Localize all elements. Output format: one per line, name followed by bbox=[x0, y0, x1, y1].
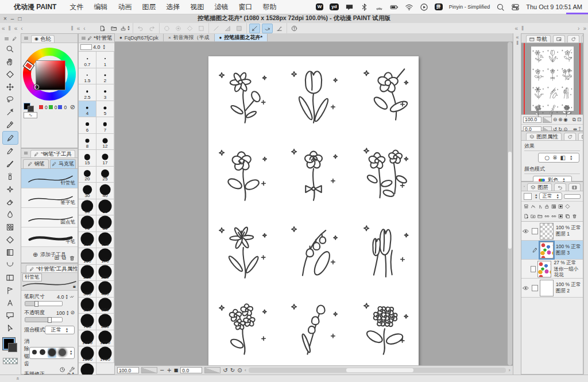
brush-size-15[interactable]: 15 bbox=[79, 150, 96, 167]
brush-size-100[interactable]: 100 bbox=[79, 232, 96, 249]
layer-row-图层 3[interactable]: 100 % 正常图层 3 bbox=[521, 241, 583, 260]
brush-size-1200[interactable]: 1200 bbox=[96, 330, 114, 347]
tool-gradient[interactable] bbox=[2, 246, 17, 258]
brush-size-150[interactable]: 150 bbox=[79, 248, 96, 265]
layer-edit-pencil-icon[interactable] bbox=[532, 246, 538, 253]
scroll-left-icon[interactable]: ‹ bbox=[245, 368, 247, 373]
collapse-right-icon[interactable]: « bbox=[513, 25, 520, 32]
brush-size-20[interactable]: 20 bbox=[79, 167, 96, 183]
layer-row-图层 1[interactable]: 100 % 正常图层 1 bbox=[521, 222, 583, 241]
tool-pen[interactable] bbox=[2, 131, 18, 145]
brush-size-170[interactable]: 170 bbox=[96, 248, 114, 265]
tool-pencil[interactable] bbox=[2, 145, 17, 157]
tool-zoom[interactable] bbox=[2, 43, 17, 55]
layer-tool-clip-icon[interactable] bbox=[524, 204, 529, 209]
menu-选择[interactable]: 选择 bbox=[166, 3, 180, 11]
brush-size-value[interactable]: 4.0 bbox=[57, 294, 64, 300]
brush-size-4[interactable]: 4 bbox=[79, 101, 96, 118]
tab-navigator[interactable]: 导航 bbox=[526, 35, 551, 43]
opacity-effect-icon[interactable]: ⊘ bbox=[70, 310, 75, 315]
tool-lasso[interactable] bbox=[2, 93, 17, 106]
tool-curve[interactable] bbox=[2, 258, 17, 271]
reset-rotation-icon[interactable]: ⊙ bbox=[237, 368, 242, 373]
scroll-right-icon[interactable]: › bbox=[508, 368, 510, 373]
toolbar-menu-icon[interactable] bbox=[4, 36, 9, 41]
brush-size-stepper[interactable]: ▲▼ bbox=[65, 294, 68, 300]
doc-tab-FqDqR67fjCpk[interactable]: ●FqDqR67fjCpk bbox=[115, 34, 164, 41]
tab-layers[interactable]: 图层 bbox=[527, 183, 552, 191]
saturation-value-square[interactable] bbox=[36, 60, 65, 90]
open-folder-button[interactable] bbox=[109, 24, 119, 33]
layer-tool2-1-folderadd-icon[interactable] bbox=[531, 214, 536, 219]
zoom-fit-icon[interactable]: ■ bbox=[174, 368, 179, 373]
layer-thumbnail[interactable] bbox=[540, 242, 554, 258]
layer-row-图层 2[interactable]: 100 % 正常图层 2 bbox=[521, 279, 583, 298]
opacity-slider[interactable] bbox=[25, 317, 63, 322]
bluetooth-icon[interactable] bbox=[360, 3, 369, 11]
navigator-preview[interactable] bbox=[521, 43, 583, 115]
subtool-tab-钢笔[interactable]: 钢笔 bbox=[23, 159, 49, 168]
rgb-value-1[interactable]: 0 bbox=[55, 105, 57, 110]
brush-size-3[interactable]: 3 bbox=[96, 84, 114, 101]
expand-bottom-left-icon[interactable]: « bbox=[15, 377, 21, 380]
battery-icon[interactable] bbox=[390, 3, 399, 11]
layer-tool2-5-mask-icon[interactable] bbox=[558, 214, 563, 219]
tool-balloon[interactable] bbox=[2, 309, 17, 322]
menu-帮助[interactable]: 帮助 bbox=[262, 3, 276, 11]
brush-size-17[interactable]: 17 bbox=[96, 150, 114, 167]
brush-size-slider[interactable] bbox=[25, 301, 63, 306]
transparent-color-swatch[interactable] bbox=[3, 358, 18, 364]
layer-thumbnail[interactable] bbox=[540, 280, 554, 296]
bg-mini-swatch[interactable] bbox=[28, 106, 34, 112]
tool-object-select[interactable] bbox=[2, 322, 17, 334]
brush-size-120[interactable]: 120 bbox=[96, 232, 114, 249]
brush-size-600[interactable]: 600 bbox=[96, 298, 114, 314]
canvas-viewport[interactable]: ●FqDqR67fjCpk×初音海报（半成●控笔描图之花卉* 100.0 − +… bbox=[115, 33, 513, 375]
duplicate-subtool-icon[interactable]: ⧉ bbox=[62, 255, 66, 261]
layers-menu-icon[interactable] bbox=[524, 184, 525, 189]
panel-handle[interactable]: ‖ bbox=[7, 25, 13, 32]
tab-subtool[interactable]: “钢笔”子工具 bbox=[30, 150, 75, 158]
w-app-badge[interactable]: W bbox=[316, 3, 324, 10]
brush-size-6[interactable]: 6 bbox=[79, 117, 96, 134]
brush-size-40[interactable]: 40 bbox=[96, 183, 114, 199]
subtool-menu-icon[interactable] bbox=[24, 151, 28, 156]
layer-opacity-slider[interactable] bbox=[564, 194, 581, 199]
canvas[interactable] bbox=[208, 56, 419, 366]
keyboard-brightness-icon[interactable] bbox=[375, 3, 384, 11]
horizontal-scrollbar[interactable] bbox=[249, 368, 506, 373]
tab-layer-property[interactable]: 图层属性 bbox=[526, 133, 562, 141]
anti-alias-options[interactable]: ▲▼ bbox=[29, 347, 75, 359]
tool-decoration[interactable] bbox=[2, 183, 17, 195]
layer-visible-eye-icon[interactable] bbox=[521, 227, 530, 234]
right-collapse-strip[interactable]: «‖ bbox=[513, 33, 521, 375]
wifi-icon[interactable] bbox=[405, 3, 413, 11]
input-method-badge[interactable]: 拼 bbox=[435, 3, 443, 10]
layer-tool-finger-icon[interactable] bbox=[537, 204, 543, 209]
brush-size-250[interactable]: 250 bbox=[96, 265, 114, 281]
layer-blend-thumb[interactable] bbox=[524, 193, 532, 200]
tab-lp-extra1[interactable] bbox=[564, 133, 576, 141]
brush-size-1.5[interactable]: 1.5 bbox=[79, 68, 96, 85]
deselect-button[interactable] bbox=[162, 24, 172, 33]
vertical-scrollbar[interactable] bbox=[508, 42, 512, 365]
tool-rotate-canvas[interactable] bbox=[2, 68, 17, 80]
layer-tool2-2-open-folder-icon[interactable] bbox=[537, 214, 543, 219]
tab-layer-search[interactable] bbox=[554, 183, 566, 191]
selection-border-button[interactable] bbox=[196, 24, 206, 33]
select-again-button[interactable] bbox=[173, 24, 183, 33]
zoom-in-icon[interactable]: + bbox=[167, 368, 171, 373]
tool-blend[interactable] bbox=[2, 208, 17, 221]
layer-tool-fx-icon[interactable] bbox=[531, 204, 536, 209]
menu-窗口[interactable]: 窗口 bbox=[238, 3, 252, 11]
collapse-right3-icon[interactable]: » bbox=[581, 25, 588, 32]
tool-text[interactable] bbox=[2, 296, 17, 309]
tab-quick-access[interactable] bbox=[567, 35, 579, 43]
tool-move[interactable] bbox=[2, 80, 17, 93]
layer-tool2-7-trash-icon[interactable] bbox=[572, 214, 577, 219]
brush-size-7[interactable]: 7 bbox=[96, 117, 114, 134]
zoom-readout[interactable]: 100.0 bbox=[117, 367, 139, 373]
effect-extract-icon[interactable]: ◧ bbox=[560, 155, 566, 161]
panel-handle2[interactable]: ‖ bbox=[69, 25, 75, 32]
chat-icon[interactable] bbox=[345, 3, 354, 11]
